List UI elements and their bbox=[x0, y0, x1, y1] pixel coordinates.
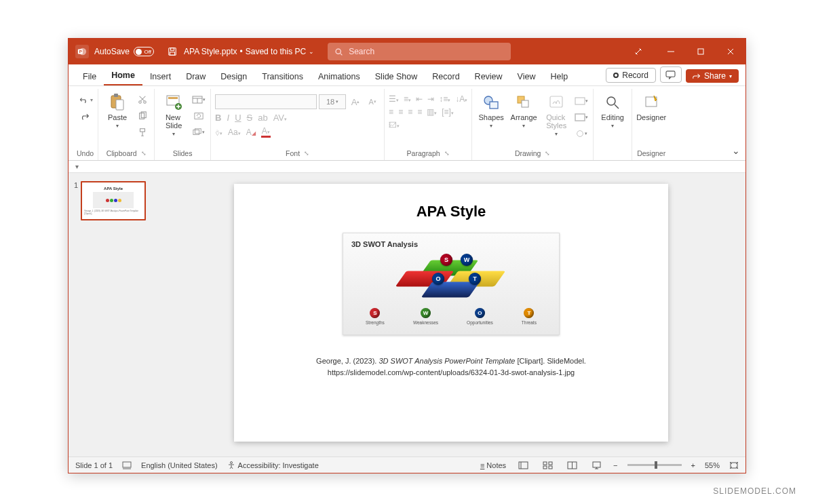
smartart-button[interactable]: 🗠▾ bbox=[389, 120, 400, 130]
shadow-button[interactable]: ab bbox=[258, 113, 267, 123]
dialog-launcher-icon[interactable]: ⤡ bbox=[141, 150, 147, 157]
tab-home[interactable]: Home bbox=[104, 66, 142, 85]
tab-animations[interactable]: Animations bbox=[311, 68, 368, 85]
svg-rect-29 bbox=[195, 129, 201, 134]
search-input[interactable]: Search bbox=[328, 43, 511, 60]
language-status[interactable]: English (United States) bbox=[141, 461, 218, 469]
align-right-button[interactable]: ≡ bbox=[408, 107, 412, 117]
editing-button[interactable]: Editing▾ bbox=[598, 90, 627, 129]
cut-button[interactable] bbox=[135, 93, 150, 106]
share-button[interactable]: Share ▾ bbox=[686, 69, 739, 83]
undo-button[interactable]: ▾ bbox=[78, 93, 93, 106]
zoom-in-button[interactable]: + bbox=[691, 461, 695, 469]
slideshow-view-button[interactable] bbox=[589, 459, 604, 471]
slide-1[interactable]: APA Style 3D SWOT Analysis S W O T SStre… bbox=[234, 184, 668, 442]
font-family-select[interactable] bbox=[215, 94, 317, 109]
collapse-ribbon-button[interactable]: ⌄ bbox=[732, 145, 740, 156]
layout-button[interactable]: ▾ bbox=[191, 93, 206, 106]
underline-button[interactable]: U bbox=[235, 113, 241, 123]
reset-button[interactable] bbox=[191, 109, 206, 123]
normal-view-button[interactable] bbox=[516, 459, 530, 471]
qat-row: ▾ bbox=[69, 161, 745, 173]
redo-button[interactable] bbox=[78, 109, 93, 123]
maximize-button[interactable] bbox=[686, 39, 716, 64]
columns-button[interactable]: ▥▾ bbox=[427, 107, 437, 117]
close-button[interactable] bbox=[716, 39, 745, 64]
notes-indicator-icon[interactable] bbox=[122, 461, 132, 469]
tab-file[interactable]: File bbox=[75, 68, 104, 85]
qat-dropdown-icon[interactable]: ▾ bbox=[75, 163, 79, 170]
align-left-button[interactable]: ≡ bbox=[389, 107, 393, 117]
dialog-launcher-icon[interactable]: ⤡ bbox=[304, 150, 309, 157]
italic-button[interactable]: I bbox=[227, 113, 230, 123]
dialog-launcher-icon[interactable]: ⤡ bbox=[444, 150, 450, 157]
swot-heading: 3D SWOT Analysis bbox=[351, 240, 551, 248]
align-center-button[interactable]: ≡ bbox=[398, 107, 403, 117]
shape-effects-button[interactable]: ▾ bbox=[574, 127, 589, 140]
font-color-button[interactable]: A▾ bbox=[261, 126, 271, 138]
slide-count[interactable]: Slide 1 of 1 bbox=[75, 461, 113, 469]
character-spacing-button[interactable]: AV▾ bbox=[273, 113, 287, 123]
tab-record[interactable]: Record bbox=[425, 68, 467, 85]
decrease-font-button[interactable]: A▾ bbox=[365, 95, 380, 109]
tab-help[interactable]: Help bbox=[543, 68, 575, 85]
autosave-toggle[interactable]: AutoSave Off bbox=[94, 47, 154, 56]
shape-outline-button[interactable]: ▾ bbox=[574, 111, 589, 124]
sorter-view-button[interactable] bbox=[540, 459, 555, 471]
notes-toggle[interactable]: ≡Notes bbox=[480, 461, 506, 469]
save-icon[interactable] bbox=[168, 47, 177, 56]
clear-format-button[interactable]: A◢ bbox=[246, 128, 256, 137]
highlight-button[interactable]: ⎀▾ bbox=[215, 128, 222, 137]
slide-canvas-area[interactable]: APA Style 3D SWOT Analysis S W O T SStre… bbox=[157, 173, 745, 457]
record-button[interactable]: Record bbox=[606, 68, 656, 83]
slide-thumbnail-1[interactable]: APA Style George, J. (2023). 3D SWOT Ana… bbox=[81, 181, 146, 220]
svg-rect-46 bbox=[543, 462, 547, 465]
fit-to-window-button[interactable] bbox=[729, 461, 739, 469]
format-painter-button[interactable] bbox=[135, 125, 150, 139]
dialog-launcher-icon[interactable]: ⤡ bbox=[545, 150, 550, 157]
tab-transitions[interactable]: Transitions bbox=[254, 68, 311, 85]
section-button[interactable]: ▾ bbox=[191, 125, 206, 139]
copy-button[interactable] bbox=[135, 109, 150, 123]
reading-view-button[interactable] bbox=[564, 459, 579, 471]
text-direction-button[interactable]: ↓A▾ bbox=[455, 94, 467, 104]
font-size-select[interactable]: 18▾ bbox=[319, 94, 346, 109]
zoom-slider[interactable] bbox=[627, 464, 682, 466]
group-label-slides: Slides bbox=[173, 148, 193, 160]
document-title[interactable]: APA Style.pptx • Saved to this PC ⌄ bbox=[184, 47, 314, 56]
quick-styles-button[interactable]: Quick Styles▾ bbox=[541, 90, 571, 137]
bold-button[interactable]: B bbox=[215, 113, 221, 123]
tab-draw[interactable]: Draw bbox=[178, 68, 213, 85]
align-text-button[interactable]: [≡]▾ bbox=[442, 107, 454, 117]
tab-review[interactable]: Review bbox=[467, 68, 510, 85]
group-font: 18▾ A▴ A▾ B I U S ab AV▾ ⎀▾ Aa▾ A◢ A▾ bbox=[211, 89, 385, 160]
copilot-icon[interactable] bbox=[623, 39, 653, 64]
tab-insert[interactable]: Insert bbox=[142, 68, 178, 85]
tab-slideshow[interactable]: Slide Show bbox=[368, 68, 425, 85]
svg-rect-33 bbox=[522, 100, 528, 107]
tab-view[interactable]: View bbox=[510, 68, 543, 85]
tab-design[interactable]: Design bbox=[213, 68, 254, 85]
shapes-button[interactable]: Shapes▾ bbox=[476, 90, 506, 129]
new-slide-button[interactable]: New Slide▾ bbox=[159, 90, 189, 137]
zoom-out-button[interactable]: − bbox=[613, 461, 617, 469]
thumbnail-number: 1 bbox=[74, 181, 78, 189]
indent-increase-button[interactable]: ⇥ bbox=[427, 94, 434, 104]
bullets-button[interactable]: ☰▾ bbox=[389, 94, 399, 104]
increase-font-button[interactable]: A▴ bbox=[348, 95, 363, 109]
paste-button[interactable]: Paste▾ bbox=[102, 90, 132, 129]
strikethrough-button[interactable]: S bbox=[247, 113, 253, 123]
indent-decrease-button[interactable]: ⇤ bbox=[416, 94, 423, 104]
change-case-button[interactable]: Aa▾ bbox=[228, 128, 241, 137]
numbering-button[interactable]: ≡▾ bbox=[404, 94, 411, 104]
shape-fill-button[interactable]: ▾ bbox=[574, 94, 589, 108]
toggle-switch[interactable]: Off bbox=[134, 47, 154, 56]
minimize-button[interactable] bbox=[656, 39, 686, 64]
justify-button[interactable]: ≡ bbox=[417, 107, 422, 117]
accessibility-status[interactable]: Accessibility: Investigate bbox=[227, 461, 319, 469]
line-spacing-button[interactable]: ↕≡▾ bbox=[439, 94, 450, 104]
comments-button[interactable] bbox=[660, 66, 682, 83]
designer-button[interactable]: Designer bbox=[636, 90, 666, 121]
zoom-level[interactable]: 55% bbox=[705, 461, 720, 469]
arrange-button[interactable]: Arrange▾ bbox=[509, 90, 539, 129]
